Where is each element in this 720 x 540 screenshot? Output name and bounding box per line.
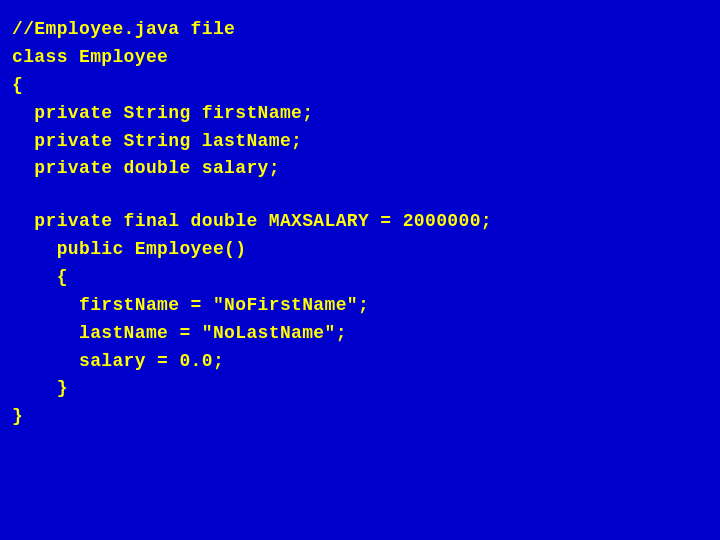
code-line: private double salary; <box>12 155 708 183</box>
code-line: private final double MAXSALARY = 2000000… <box>12 208 708 236</box>
code-line: } <box>12 375 708 403</box>
code-line: lastName = "NoLastName"; <box>12 320 708 348</box>
code-line: class Employee <box>12 44 708 72</box>
code-line: public Employee() <box>12 236 708 264</box>
code-display: //Employee.java fileclass Employee{ priv… <box>0 0 720 540</box>
code-line: } <box>12 403 708 431</box>
code-line: //Employee.java file <box>12 16 708 44</box>
code-line: private String lastName; <box>12 128 708 156</box>
code-line: { <box>12 264 708 292</box>
code-line: { <box>12 72 708 100</box>
blank-line <box>12 183 708 208</box>
code-line: salary = 0.0; <box>12 348 708 376</box>
code-line: private String firstName; <box>12 100 708 128</box>
code-line: firstName = "NoFirstName"; <box>12 292 708 320</box>
